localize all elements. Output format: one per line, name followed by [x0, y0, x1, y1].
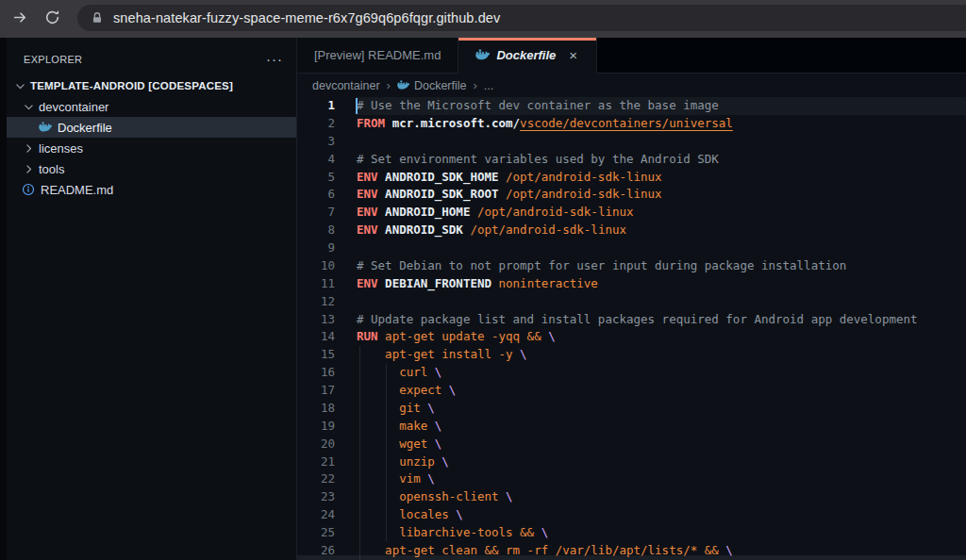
tree-item-label: licenses — [39, 141, 83, 156]
breadcrumb-separator: › — [474, 78, 477, 92]
chevron-right-icon — [23, 163, 35, 175]
breadcrumb-label: ... — [484, 79, 493, 92]
tab-label: [Preview] README.md — [314, 48, 441, 62]
vscode-workbench: EXPLORER ··· TEMPLATE-ANDROID [CODESPACE… — [0, 38, 966, 560]
code-line-5[interactable]: 5ENV ANDROID_SDK_HOME /opt/android-sdk-l… — [297, 169, 966, 187]
code-line-23[interactable]: 23 openssh-client \ — [297, 488, 966, 506]
code-line-21[interactable]: 21 unzip \ — [297, 453, 966, 471]
tab-label: Dockerfile — [496, 48, 556, 62]
line-number-12: 12 — [297, 293, 335, 311]
tree-item-label: README.md — [41, 183, 113, 197]
line-number-16: 16 — [297, 364, 335, 382]
text-cursor — [356, 98, 358, 114]
breadcrumb-separator: › — [387, 78, 391, 92]
line-number-11: 11 — [297, 275, 335, 293]
more-actions-button[interactable]: ··· — [266, 56, 283, 63]
reload-button[interactable] — [38, 4, 66, 32]
chevron-down-icon — [14, 80, 26, 92]
breadcrumb-dockerfile[interactable]: Dockerfile — [397, 79, 467, 92]
code-line-4[interactable]: 4# Set environment variables used by the… — [297, 151, 966, 169]
line-number-15: 15 — [297, 346, 335, 364]
line-number-1: 1 — [297, 97, 335, 115]
breadcrumb-label: Dockerfile — [414, 79, 467, 92]
line-number-19: 19 — [297, 418, 335, 436]
code-line-20[interactable]: 20 wget \ — [297, 436, 966, 453]
code-line-14[interactable]: 14RUN apt-get update -yqq && \ — [297, 328, 966, 346]
tree-item-label: devcontainer — [39, 100, 108, 114]
code-line-12[interactable]: 12 — [297, 293, 966, 311]
docker-whale-icon — [475, 48, 490, 62]
line-number-2: 2 — [297, 115, 335, 133]
breadcrumb-devcontainer[interactable]: devcontainer — [312, 79, 380, 92]
tree-item-dockerfile[interactable]: Dockerfile — [7, 117, 296, 138]
line-number-6: 6 — [297, 186, 335, 204]
explorer-title: EXPLORER — [24, 54, 82, 65]
line-number-23: 23 — [297, 488, 335, 506]
code-line-17[interactable]: 17 expect \ — [297, 382, 966, 400]
line-number-7: 7 — [297, 204, 335, 222]
code-line-11[interactable]: 11ENV DEBIAN_FRONTEND noninteractive — [297, 275, 966, 293]
breadcrumb-more[interactable]: ... — [484, 79, 493, 92]
line-number-10: 10 — [297, 257, 335, 275]
info-icon — [22, 183, 35, 196]
code-line-19[interactable]: 19 make \ — [297, 418, 966, 436]
code-line-15[interactable]: 15 apt-get install -y \ — [297, 346, 966, 364]
tree-item-tools[interactable]: tools — [7, 158, 296, 179]
line-number-17: 17 — [297, 382, 335, 400]
code-line-16[interactable]: 16 curl \ — [297, 364, 966, 382]
sidebar-edge — [0, 38, 7, 560]
line-number-4: 4 — [297, 151, 335, 169]
tree-item-devcontainer[interactable]: devcontainer — [7, 96, 296, 117]
editor-tab-bar: [Preview] README.mdDockerfile× — [297, 38, 966, 74]
explorer-sidebar: EXPLORER ··· TEMPLATE-ANDROID [CODESPACE… — [0, 38, 297, 560]
line-number-14: 14 — [297, 328, 335, 346]
explorer-header: EXPLORER ··· — [7, 38, 296, 75]
code-line-8[interactable]: 8ENV ANDROID_SDK /opt/android-sdk-linux — [297, 222, 966, 239]
line-number-9: 9 — [297, 239, 335, 257]
tab-dockerfile[interactable]: Dockerfile× — [458, 38, 597, 74]
code-line-25[interactable]: 25 libarchive-tools && \ — [297, 524, 966, 542]
breadcrumb-label: devcontainer — [312, 79, 380, 92]
browser-toolbar: sneha-natekar-fuzzy-space-meme-r6x7g69q6… — [0, 0, 966, 38]
line-number-13: 13 — [297, 311, 335, 329]
tree-item-readme[interactable]: README.md — [7, 179, 296, 200]
code-line-13[interactable]: 13# Update package list and install pack… — [297, 311, 966, 329]
line-number-21: 21 — [297, 453, 335, 471]
code-line-6[interactable]: 6ENV ANDROID_SDK_ROOT /opt/android-sdk-l… — [297, 186, 966, 204]
docker-whale-icon — [397, 79, 409, 91]
url-bar[interactable]: sneha-natekar-fuzzy-space-meme-r6x7g69q6… — [77, 5, 966, 31]
code-line-9[interactable]: 9 — [297, 239, 966, 257]
lock-icon — [91, 11, 104, 25]
code-line-18[interactable]: 18 git \ — [297, 400, 966, 418]
chevron-down-icon — [23, 101, 35, 113]
tab-readme-preview[interactable]: [Preview] README.md — [297, 38, 458, 73]
forward-arrow-icon — [12, 9, 28, 25]
code-line-10[interactable]: 10# Set Debian to not prompt for user in… — [297, 257, 966, 275]
tree-root-label: TEMPLATE-ANDROID [CODESPACES] — [30, 80, 233, 91]
line-number-24: 24 — [297, 506, 335, 524]
line-number-20: 20 — [297, 436, 335, 453]
breadcrumb: devcontainer›Dockerfile›... — [297, 74, 966, 97]
code-line-22[interactable]: 22 vim \ — [297, 470, 966, 488]
code-line-1[interactable]: 1# Use the Microsoft dev container as th… — [297, 97, 966, 115]
chevron-right-icon — [23, 142, 35, 155]
line-number-5: 5 — [297, 169, 335, 187]
horizontal-scrollbar[interactable] — [297, 555, 966, 560]
url-text: sneha-natekar-fuzzy-space-meme-r6x7g69q6… — [113, 10, 500, 25]
code-line-7[interactable]: 7ENV ANDROID_HOME /opt/android-sdk-linux — [297, 204, 966, 222]
tree-item-licenses[interactable]: licenses — [7, 138, 296, 158]
line-number-25: 25 — [297, 524, 335, 542]
tab-close-icon[interactable]: × — [567, 47, 579, 63]
line-number-18: 18 — [297, 400, 335, 418]
forward-button[interactable] — [6, 4, 34, 32]
line-number-3: 3 — [297, 133, 335, 151]
code-line-3[interactable]: 3 — [297, 133, 966, 151]
tree-item-label: tools — [39, 162, 64, 176]
tree-root[interactable]: TEMPLATE-ANDROID [CODESPACES] — [7, 75, 296, 96]
tree-item-label: Dockerfile — [58, 121, 112, 135]
code-line-24[interactable]: 24 locales \ — [297, 506, 966, 524]
code-editor[interactable]: 1# Use the Microsoft dev container as th… — [297, 97, 966, 560]
code-line-2[interactable]: 2FROM mcr.microsoft.com/vscode/devcontai… — [297, 115, 966, 133]
reload-icon — [44, 9, 60, 25]
docker-whale-icon — [39, 121, 52, 134]
